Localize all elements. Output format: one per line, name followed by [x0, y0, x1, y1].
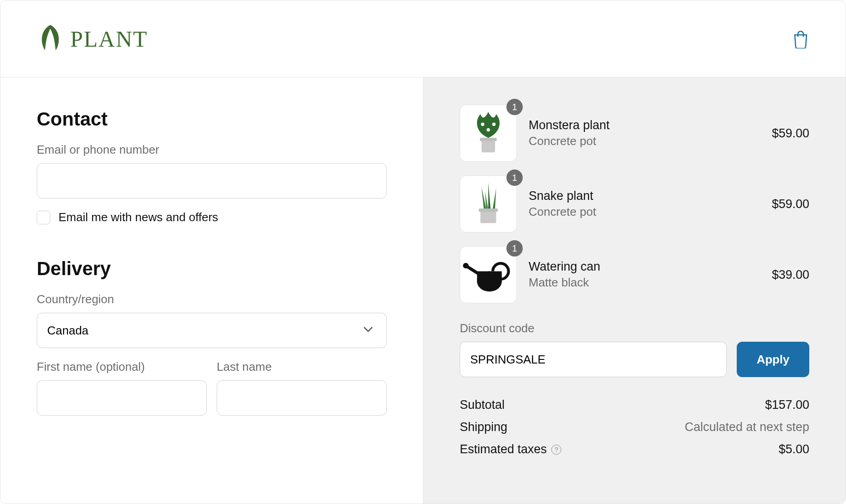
quantity-badge: 1 [506, 170, 523, 186]
svg-point-4 [486, 128, 490, 131]
discount-section: Discount code Apply [460, 321, 809, 377]
delivery-section: Delivery Country/region First name (opti… [37, 258, 387, 416]
last-name-label: Last name [217, 360, 387, 374]
svg-point-2 [481, 122, 484, 126]
subtotal-label: Subtotal [460, 398, 505, 412]
brand-logo[interactable]: PLANT [37, 23, 148, 55]
brand-name: PLANT [70, 26, 148, 52]
email-field[interactable] [37, 163, 387, 199]
help-icon[interactable]: ? [551, 445, 561, 455]
cart-item-variant: Matte black [529, 276, 760, 290]
cart-item-variant: Concrete pot [529, 205, 760, 219]
shopping-bag-icon[interactable] [792, 29, 809, 48]
form-panel: Contact Email or phone number Email me w… [0, 78, 423, 504]
svg-point-3 [492, 122, 496, 126]
delivery-heading: Delivery [37, 258, 387, 280]
cart-item-variant: Concrete pot [529, 134, 760, 148]
main-area: Contact Email or phone number Email me w… [0, 78, 846, 504]
apply-button[interactable]: Apply [737, 342, 809, 377]
shipping-row: Shipping Calculated at next step [460, 420, 809, 434]
cart-item-name: Snake plant [529, 189, 760, 203]
checkout-window: PLANT Contact Email or phone number Emai… [0, 0, 846, 504]
quantity-badge: 1 [506, 240, 523, 257]
cart-item-thumbnail: 1 [460, 105, 517, 162]
cart-item: 1Monstera plantConcrete pot$59.00 [460, 105, 809, 162]
news-checkbox-row[interactable]: Email me with news and offers [37, 210, 387, 224]
taxes-value: $5.00 [778, 442, 809, 456]
cart-item-name: Monstera plant [529, 118, 760, 132]
svg-rect-5 [481, 211, 496, 223]
cart-item-price: $59.00 [772, 126, 809, 141]
quantity-badge: 1 [506, 99, 523, 115]
subtotal-value: $157.00 [765, 398, 809, 412]
svg-rect-1 [480, 138, 496, 141]
cart-item-thumbnail: 1 [460, 246, 517, 303]
taxes-label: Estimated taxes [460, 442, 547, 456]
email-label: Email or phone number [37, 143, 387, 157]
cart-item: 1Watering canMatte black$39.00 [460, 246, 809, 303]
cart-item-name: Watering can [529, 260, 760, 274]
first-name-field[interactable] [37, 380, 207, 416]
cart-item: 1Snake plantConcrete pot$59.00 [460, 175, 809, 233]
cart-item-thumbnail: 1 [460, 175, 517, 233]
header: PLANT [0, 0, 846, 78]
totals-section: Subtotal $157.00 Shipping Calculated at … [460, 398, 809, 456]
svg-rect-0 [481, 140, 495, 152]
cart-item-meta: Monstera plantConcrete pot [529, 118, 760, 148]
discount-label: Discount code [460, 321, 809, 335]
news-checkbox-label: Email me with news and offers [58, 210, 218, 224]
cart-item-meta: Snake plantConcrete pot [529, 189, 760, 219]
cart-item-meta: Watering canMatte black [529, 260, 760, 290]
discount-input[interactable] [460, 342, 727, 377]
contact-section: Contact Email or phone number Email me w… [37, 108, 387, 224]
svg-rect-8 [477, 271, 502, 283]
contact-heading: Contact [37, 108, 387, 130]
news-checkbox[interactable] [37, 211, 50, 224]
country-label: Country/region [37, 292, 387, 306]
taxes-row: Estimated taxes ? $5.00 [460, 442, 809, 456]
shipping-value: Calculated at next step [685, 420, 809, 434]
cart-items-list: 1Monstera plantConcrete pot$59.001Snake … [460, 105, 809, 303]
subtotal-row: Subtotal $157.00 [460, 398, 809, 412]
country-select[interactable] [37, 313, 387, 348]
cart-item-price: $59.00 [772, 197, 809, 211]
cart-item-price: $39.00 [772, 268, 809, 282]
last-name-field[interactable] [217, 380, 387, 416]
leaf-icon [37, 23, 64, 55]
order-summary-panel: 1Monstera plantConcrete pot$59.001Snake … [423, 78, 846, 504]
svg-point-9 [463, 263, 468, 268]
svg-rect-6 [479, 208, 498, 212]
first-name-label: First name (optional) [37, 360, 207, 374]
shipping-label: Shipping [460, 420, 507, 434]
